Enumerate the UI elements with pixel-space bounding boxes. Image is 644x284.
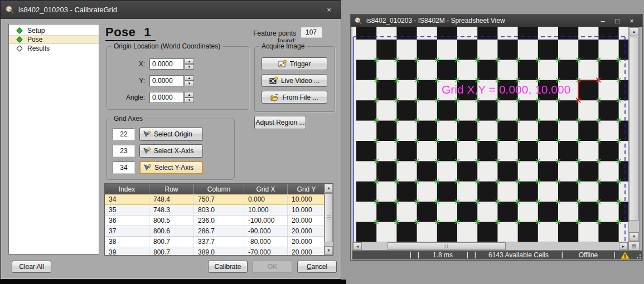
live-video-button[interactable]: Live Video ... — [262, 74, 327, 87]
status-bar: 1.8 ms 6143 Available Cells Offline — [352, 251, 642, 259]
select-origin-button[interactable]: Select Origin — [139, 128, 203, 141]
scroll-down-icon[interactable]: ▼ — [325, 246, 333, 255]
page-title: Pose 1 — [105, 25, 156, 41]
dialog-titlebar[interactable]: is8402_010203 - CalibrateGrid × — [1, 1, 341, 19]
spin-up-icon[interactable]: ▲ — [185, 75, 194, 81]
table-row[interactable]: 37800.6286.7-90.00020.000 — [105, 226, 333, 237]
table-cell[interactable]: -80.000 — [244, 237, 288, 247]
close-icon[interactable]: × — [322, 6, 336, 14]
tree-item-results[interactable]: Results — [9, 44, 99, 53]
scroll-corner-button[interactable] — [628, 242, 640, 251]
tree-item-setup[interactable]: Setup — [9, 26, 99, 35]
table-cell[interactable]: 35 — [105, 205, 149, 215]
scroll-up-icon[interactable]: ▲ — [325, 184, 333, 193]
table-cell[interactable]: 34 — [105, 194, 149, 204]
select-point-icon — [143, 147, 151, 155]
y-axis-cell-field[interactable]: 34 — [113, 161, 135, 174]
button-label: OK — [268, 263, 277, 271]
status-connection: Offline — [564, 251, 613, 259]
table-row[interactable]: 35748.3803.010.00010.000 — [105, 205, 333, 216]
table-cell[interactable]: -90.000 — [244, 226, 288, 236]
table-cell[interactable]: 20.000 — [288, 247, 325, 256]
spin-down-icon[interactable]: ▼ — [185, 97, 194, 103]
table-scrollbar[interactable]: ▲ ▼ — [324, 184, 333, 255]
table-cell[interactable]: 748.4 — [149, 194, 194, 204]
table-row[interactable]: 34748.4750.70.00010.000 — [105, 194, 333, 205]
angle-field[interactable] — [149, 92, 184, 103]
button-label: Cancel — [307, 263, 327, 271]
spin-up-icon[interactable]: ▲ — [185, 58, 194, 64]
from-file-button[interactable]: From File ... — [262, 91, 327, 104]
table-cell[interactable]: 800.6 — [149, 226, 194, 236]
column-header[interactable]: Grid Y — [288, 184, 325, 194]
table-cell[interactable]: 10.000 — [244, 205, 288, 215]
scrollbar-thumb[interactable] — [629, 37, 639, 221]
tree-item-pose[interactable]: Pose — [9, 35, 99, 44]
table-row[interactable]: 38800.7337.7-80.00020.000 — [105, 237, 333, 247]
table-cell[interactable]: 39 — [105, 247, 149, 256]
minimize-icon[interactable]: – — [595, 17, 610, 25]
x-label: X: — [112, 60, 149, 68]
table-cell[interactable]: 20.000 — [288, 237, 325, 247]
scrollbar-thumb[interactable] — [388, 242, 506, 250]
spin-down-icon[interactable]: ▼ — [185, 64, 194, 70]
y-spinner[interactable]: ▲▼ — [185, 75, 194, 86]
table-row[interactable]: 39800.7389.0-70.00020.000 — [105, 247, 333, 256]
scroll-right-icon[interactable]: ► — [619, 242, 628, 250]
warning-icon[interactable] — [616, 251, 634, 259]
calibration-image-view[interactable]: Grid X,Y = 0.000, 10.000 — [352, 27, 628, 242]
angle-spinner[interactable]: ▲▼ — [185, 92, 194, 103]
adjust-region-button[interactable]: Adjust Region ... — [254, 116, 306, 129]
table-cell[interactable]: 36 — [105, 216, 149, 226]
table-cell[interactable]: -70.000 — [244, 247, 288, 256]
select-x-axis-button[interactable]: Select X-Axis — [139, 144, 203, 158]
column-header[interactable]: Column — [194, 184, 244, 194]
calibrate-button[interactable]: Calibrate — [208, 261, 248, 273]
scroll-up-icon[interactable]: ▲ — [629, 27, 639, 36]
table-cell[interactable]: 286.7 — [194, 226, 244, 236]
trigger-button[interactable]: Trigger — [262, 57, 327, 70]
scrollbar-thumb[interactable] — [325, 193, 333, 242]
table-cell[interactable]: 0.000 — [244, 194, 288, 204]
button-label: Clear All — [19, 263, 44, 271]
y-field[interactable] — [149, 75, 184, 86]
table-cell[interactable]: 20.000 — [288, 216, 325, 226]
column-header[interactable]: Grid X — [244, 184, 288, 194]
image-vertical-scrollbar[interactable]: ▲ ▼ — [628, 27, 640, 242]
resize-grip[interactable] — [634, 252, 642, 259]
spin-down-icon[interactable]: ▼ — [185, 81, 194, 86]
table-cell[interactable]: 803.0 — [194, 205, 244, 215]
close-icon[interactable]: × — [624, 17, 639, 25]
table-cell[interactable]: 750.7 — [194, 194, 244, 204]
table-cell[interactable]: 38 — [105, 237, 149, 247]
table-cell[interactable]: 748.3 — [149, 205, 194, 215]
window-titlebar[interactable]: is8402_010203 - IS8402M - Spreadsheet Vi… — [351, 14, 642, 27]
scroll-down-icon[interactable]: ▼ — [629, 232, 639, 241]
cancel-button[interactable]: Cancel — [297, 261, 337, 273]
table-cell[interactable]: -100.000 — [244, 216, 288, 226]
table-row[interactable]: 36800.5236.0-100.00020.000 — [105, 216, 333, 226]
spin-up-icon[interactable]: ▲ — [185, 92, 194, 97]
origin-cell-field[interactable]: 22 — [113, 128, 135, 140]
maximize-icon[interactable]: □ — [610, 17, 624, 25]
table-cell[interactable]: 10.000 — [288, 205, 325, 215]
column-header[interactable]: Row — [149, 184, 194, 194]
table-cell[interactable]: 800.7 — [149, 247, 194, 256]
table-cell[interactable]: 20.000 — [288, 226, 325, 236]
table-cell[interactable]: 800.5 — [149, 216, 194, 226]
clear-all-button[interactable]: Clear All — [12, 261, 51, 273]
x-axis-cell-field[interactable]: 23 — [113, 145, 135, 157]
table-cell[interactable]: 236.0 — [194, 216, 244, 226]
table-cell[interactable]: 389.0 — [194, 247, 244, 256]
table-cell[interactable]: 800.7 — [149, 237, 194, 247]
table-cell[interactable]: 10.000 — [288, 194, 325, 204]
image-horizontal-scrollbar[interactable]: ◄ ► — [352, 242, 628, 251]
scroll-left-icon[interactable]: ◄ — [353, 242, 362, 250]
table-cell[interactable]: 37 — [105, 226, 149, 236]
select-y-axis-button[interactable]: Select Y-Axis — [139, 161, 203, 174]
column-header[interactable]: Index — [105, 184, 149, 194]
table-cell[interactable]: 337.7 — [194, 237, 244, 247]
x-field[interactable] — [149, 58, 184, 70]
x-spinner[interactable]: ▲▼ — [185, 58, 194, 70]
checkerboard-image[interactable] — [352, 27, 628, 242]
